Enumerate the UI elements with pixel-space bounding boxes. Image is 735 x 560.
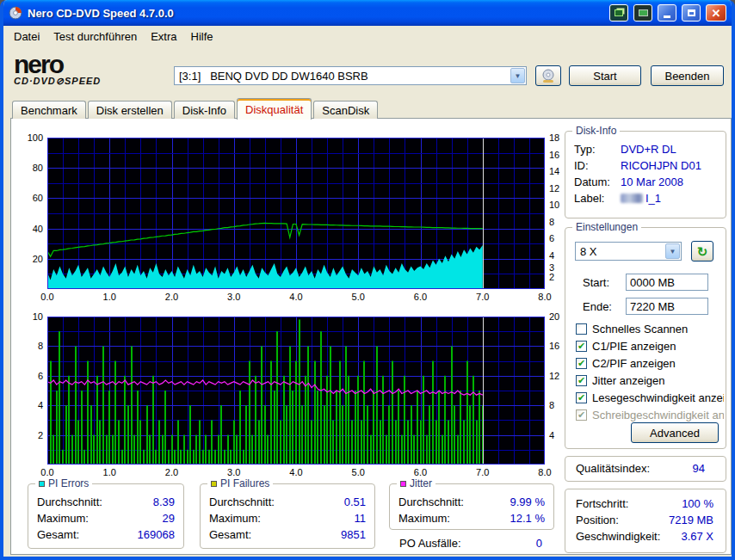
progress-row: Position:7219 MB bbox=[576, 514, 713, 526]
check-icon: ✔ bbox=[578, 342, 585, 351]
group-title: Einstellungen bbox=[576, 221, 638, 233]
tab-disk-erstellen[interactable]: Disk erstellen bbox=[88, 101, 172, 119]
group-title: Jitter bbox=[410, 477, 432, 489]
tick-label: 5.0 bbox=[352, 467, 365, 477]
check-icon: ✔ bbox=[578, 393, 585, 403]
group-title: Disk-Info bbox=[576, 125, 616, 137]
tick-label: 7.0 bbox=[476, 467, 489, 477]
stat-row: Maximum:12.1 % bbox=[398, 512, 545, 525]
stat-row: Gesamt:169068 bbox=[37, 528, 175, 541]
stat-row: Gesamt:9851 bbox=[209, 528, 366, 541]
tick-label: 18 bbox=[549, 132, 559, 143]
start-position-label: Start: bbox=[583, 276, 609, 289]
tick-label: 8.0 bbox=[538, 467, 551, 477]
po-failures-value: 0 bbox=[536, 537, 542, 550]
tab-scandisk[interactable]: ScanDisk bbox=[313, 101, 378, 119]
progress-row: Fortschritt:100 % bbox=[576, 497, 713, 510]
stat-row: Durchschnitt:8.39 bbox=[37, 495, 175, 508]
jitter-swatch bbox=[400, 481, 406, 487]
titlebar-extra-button-1[interactable] bbox=[609, 4, 628, 22]
tab-disk-info[interactable]: Disk-Info bbox=[174, 101, 235, 119]
checkbox-schreibgeschwindigkeit: ✔ Schreibgeschwindigkeit anzeigen bbox=[576, 409, 724, 422]
tick-label: 5.0 bbox=[352, 292, 365, 302]
maximize-icon bbox=[688, 9, 695, 16]
tick-label: 40 bbox=[33, 224, 43, 234]
tick-label: 7.0 bbox=[476, 292, 489, 302]
speed-select[interactable]: 8 X ▼ bbox=[575, 242, 682, 261]
check-icon: ✔ bbox=[578, 359, 585, 368]
x-axis: 0.01.02.03.04.05.06.07.08.0 bbox=[47, 292, 545, 304]
start-position-input[interactable] bbox=[626, 274, 708, 291]
menu-test-durchfuehren[interactable]: Test durchführen bbox=[46, 28, 144, 46]
group-title: PI Failures bbox=[220, 477, 269, 489]
pi-failures-chart-canvas bbox=[47, 317, 545, 465]
eject-disc-button[interactable] bbox=[535, 65, 561, 86]
close-button[interactable]: ✕ bbox=[706, 4, 726, 22]
tick-label: 100 bbox=[28, 132, 43, 143]
tab-benchmark[interactable]: Benchmark bbox=[12, 101, 86, 119]
checkbox-jitter-anzeigen[interactable]: ✔ Jitter anzeigen bbox=[576, 374, 724, 387]
beenden-button[interactable]: Beenden bbox=[651, 65, 724, 86]
maximize-button[interactable] bbox=[682, 4, 701, 22]
tick-label: 3.0 bbox=[227, 467, 240, 477]
tick-label: 16 bbox=[549, 341, 559, 351]
drive-select-value: [3:1] BENQ DVD DD DW1640 BSRB bbox=[175, 70, 510, 83]
checkbox-box[interactable]: ✔ bbox=[576, 375, 587, 386]
tick-label: 6 bbox=[549, 233, 554, 243]
green-monitor-icon bbox=[639, 9, 648, 16]
settings-box: Einstellungen 8 X ▼ ↻ Start: Ende: ✔ Sch… bbox=[565, 227, 726, 449]
pi-errors-swatch bbox=[39, 481, 45, 487]
pi-errors-stats-box: PI Errors Durchschnitt:8.39 Maximum:29 G… bbox=[28, 483, 184, 549]
menu-hilfe[interactable]: Hilfe bbox=[184, 28, 220, 46]
checkbox-box[interactable]: ✔ bbox=[576, 341, 587, 352]
tick-label: 4.0 bbox=[289, 292, 302, 302]
close-icon: ✕ bbox=[712, 8, 721, 19]
end-position-input[interactable] bbox=[626, 298, 708, 315]
tick-label: 1.0 bbox=[103, 292, 116, 302]
chevron-down-icon[interactable]: ▼ bbox=[510, 68, 525, 83]
checkbox-box[interactable]: ✔ bbox=[576, 323, 587, 335]
advanced-button[interactable]: Advanced bbox=[631, 422, 719, 443]
po-failures-row: PO Ausfälle: 0 bbox=[389, 537, 554, 550]
logo-line1: nero bbox=[14, 52, 101, 77]
titlebar-extra-button-2[interactable] bbox=[633, 4, 652, 22]
minimize-button[interactable] bbox=[658, 4, 676, 22]
tick-label: 0.0 bbox=[40, 467, 53, 477]
refresh-disc-button[interactable]: ↻ bbox=[691, 241, 713, 262]
menu-extra[interactable]: Extra bbox=[144, 28, 183, 46]
checkbox-box[interactable]: ✔ bbox=[576, 392, 587, 403]
tick-label: 8 bbox=[38, 341, 43, 351]
stat-row: Maximum:29 bbox=[37, 512, 175, 525]
pi-errors-chart: 10080604020 181614121086432 0.01.02.03.0… bbox=[23, 138, 583, 308]
disk-info-row: Datum:10 Mar 2008 bbox=[574, 175, 717, 188]
tick-label: 8 bbox=[549, 217, 554, 227]
chevron-down-icon[interactable]: ▼ bbox=[665, 243, 680, 259]
tick-label: 4 bbox=[549, 250, 554, 261]
pi-errors-chart-canvas bbox=[47, 138, 545, 289]
tick-label: 6 bbox=[38, 371, 43, 381]
checkbox-c2-pif-anzeigen[interactable]: ✔ C2/PIF anzeigen bbox=[576, 357, 724, 370]
checkbox-c1-pie-anzeigen[interactable]: ✔ C1/PIE anzeigen bbox=[576, 340, 724, 353]
y-axis-left: 10080604020 bbox=[23, 138, 45, 308]
tick-label: 3.0 bbox=[227, 292, 240, 302]
y-axis-left: 108642 bbox=[23, 317, 45, 482]
tick-label: 16 bbox=[549, 150, 559, 160]
pi-failures-swatch bbox=[211, 481, 217, 487]
checkbox-schnelles-scannen[interactable]: ✔ Schnelles Scannen bbox=[576, 323, 724, 335]
tick-label: 20 bbox=[549, 311, 559, 322]
tick-label: 60 bbox=[33, 193, 43, 203]
toolbar: nero CD·DVD⊘SPEED [3:1] BENQ DVD DD DW16… bbox=[3, 46, 732, 96]
titlebar[interactable]: Nero CD-DVD Speed 4.7.0.0 ✕ bbox=[3, 0, 732, 26]
drive-select[interactable]: [3:1] BENQ DVD DD DW1640 BSRB ▼ bbox=[174, 66, 527, 85]
tick-label: 80 bbox=[33, 163, 43, 173]
tick-label: 4 bbox=[38, 400, 43, 410]
diskqualitaet-page: 10080604020 181614121086432 0.01.02.03.0… bbox=[10, 118, 732, 555]
tick-label: 2 bbox=[38, 430, 43, 440]
app-icon bbox=[9, 6, 22, 20]
checkbox-lesegeschwindigkeit[interactable]: ✔ Lesegeschwindigkeit anzeigen bbox=[576, 391, 724, 404]
start-button[interactable]: Start bbox=[569, 65, 641, 86]
tab-diskqualitaet[interactable]: Diskqualität bbox=[237, 98, 312, 120]
checkbox-box[interactable]: ✔ bbox=[576, 358, 587, 369]
menu-datei[interactable]: Datei bbox=[7, 28, 46, 46]
progress-box: Fortschritt:100 % Position:7219 MB Gesch… bbox=[565, 489, 726, 553]
